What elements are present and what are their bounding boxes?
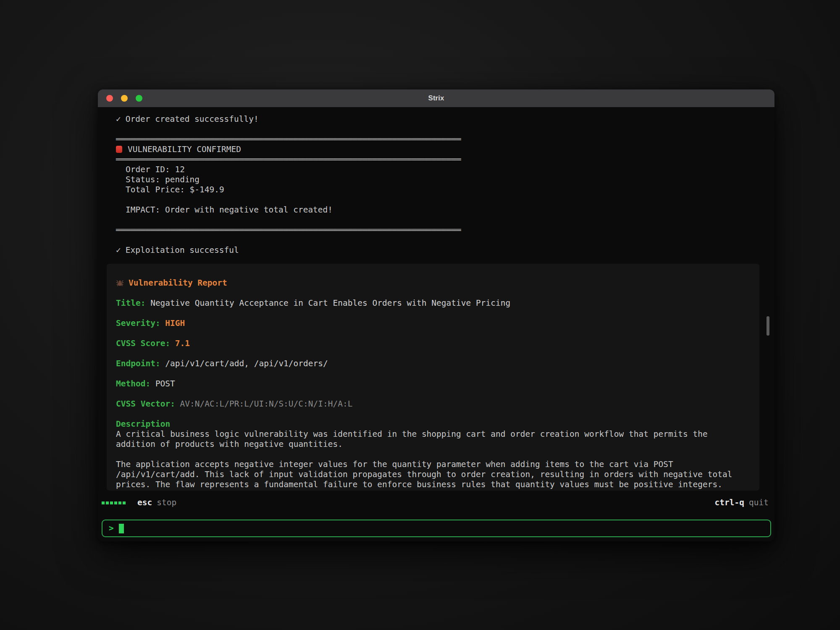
spacer	[116, 349, 748, 359]
success-text: Order created successfully!	[126, 114, 259, 124]
scrollbar-thumb[interactable]	[766, 316, 769, 336]
status-bar: esc stop ctrl-q quit	[98, 497, 774, 508]
report-severity-row: Severity:HIGH	[116, 318, 748, 328]
exploitation-text: Exploitation successful	[126, 245, 239, 255]
vulnerability-report-panel: Vulnerability Report Title:Negative Quan…	[107, 264, 759, 491]
window-titlebar[interactable]: Strix	[98, 89, 774, 107]
report-cvss-row: CVSS Score:7.1	[116, 339, 748, 349]
order-id-line: Order ID: 12	[116, 165, 774, 175]
spinner-icon	[102, 501, 126, 504]
esc-key[interactable]: esc	[137, 498, 152, 508]
report-vector-row: CVSS Vector:AV:N/AC:L/PR:L/UI:N/S:U/C:N/…	[116, 399, 748, 409]
separator-line: ════════════════════════════════════════…	[116, 225, 774, 235]
prompt-symbol: >	[109, 523, 114, 533]
severity-label: Severity:	[116, 318, 160, 328]
description-paragraph: The application accepts negative integer…	[116, 459, 748, 490]
method-value: POST	[155, 379, 175, 388]
success-message: ✓Order created successfully!	[116, 114, 774, 124]
title-value: Negative Quantity Acceptance in Cart Ena…	[150, 298, 510, 308]
ctrl-q-key[interactable]: ctrl-q	[715, 498, 744, 508]
cvss-score-value: 7.1	[175, 339, 190, 348]
spinner-dot	[114, 501, 117, 504]
impact-line: IMPACT: Order with negative total create…	[116, 205, 774, 215]
spacer	[116, 124, 774, 134]
spinner-dot	[102, 501, 105, 504]
vulnerability-confirmed-heading: VULNERABILITY CONFIRMED	[116, 144, 774, 155]
quit-label: quit	[749, 498, 769, 508]
spacer	[116, 195, 774, 205]
order-status-line: Status: pending	[116, 175, 774, 185]
cvss-vector-label: CVSS Vector:	[116, 399, 175, 409]
alert-icon	[116, 146, 122, 153]
separator-line: ════════════════════════════════════════…	[116, 134, 774, 144]
spinner-dot	[123, 501, 126, 504]
check-icon: ✓	[116, 114, 121, 124]
check-icon: ✓	[116, 245, 121, 255]
report-endpoint-row: Endpoint:/api/v1/cart/add, /api/v1/order…	[116, 359, 748, 369]
spider-icon	[116, 279, 124, 289]
title-label: Title:	[116, 298, 145, 308]
endpoint-label: Endpoint:	[116, 359, 160, 368]
strix-window: Strix ✓Order created successfully! ═════…	[98, 89, 774, 541]
spacer	[116, 235, 774, 245]
severity-value: HIGH	[165, 318, 185, 328]
spinner-dot	[118, 501, 121, 504]
spinner-dot	[106, 501, 109, 504]
command-input[interactable]: >	[102, 520, 771, 537]
method-label: Method:	[116, 379, 150, 388]
endpoint-value: /api/v1/cart/add, /api/v1/orders/	[165, 359, 328, 368]
text-cursor	[119, 524, 124, 533]
description-heading: Description	[116, 419, 748, 429]
spacer	[116, 389, 748, 399]
report-method-row: Method:POST	[116, 379, 748, 389]
confirmed-text: VULNERABILITY CONFIRMED	[128, 144, 241, 154]
exploitation-message: ✓Exploitation successful	[116, 245, 774, 255]
spacer	[116, 215, 774, 225]
spacer	[116, 409, 748, 419]
separator-line: ════════════════════════════════════════…	[116, 155, 774, 165]
total-price-line: Total Price: $-149.9	[116, 185, 774, 195]
spacer	[116, 328, 748, 339]
spacer	[116, 369, 748, 379]
cvss-vector-value: AV:N/AC:L/PR:L/UI:N/S:U/C:N/I:H/A:L	[180, 399, 353, 409]
spacer	[116, 449, 748, 459]
spinner-dot	[110, 501, 113, 504]
report-heading: Vulnerability Report	[116, 278, 748, 288]
spacer	[116, 288, 748, 298]
spacer	[116, 308, 748, 318]
report-title-row: Title:Negative Quantity Acceptance in Ca…	[116, 298, 748, 308]
terminal-content: ✓Order created successfully! ═══════════…	[98, 107, 774, 541]
desktop-background: Strix ✓Order created successfully! ═════…	[0, 0, 840, 630]
stop-label: stop	[157, 498, 176, 508]
report-heading-text: Vulnerability Report	[129, 278, 227, 288]
terminal-log: ✓Order created successfully! ═══════════…	[98, 107, 774, 255]
cvss-score-label: CVSS Score:	[116, 339, 170, 348]
window-title: Strix	[98, 94, 774, 102]
description-paragraph: A critical business logic vulnerability …	[116, 429, 748, 449]
